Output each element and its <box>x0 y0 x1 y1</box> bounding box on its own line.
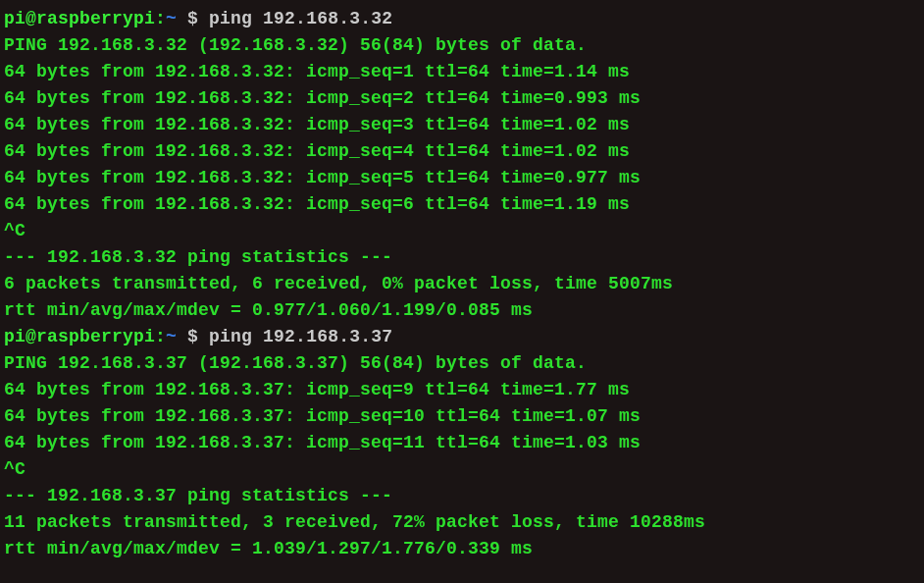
command-text: ping 192.168.3.32 <box>209 9 392 28</box>
ping-reply: 64 bytes from 192.168.3.32: icmp_seq=1 t… <box>4 59 920 85</box>
prompt-path: ~ <box>166 9 177 28</box>
ping-reply: 64 bytes from 192.168.3.37: icmp_seq=10 … <box>4 403 920 430</box>
terminal-output[interactable]: pi@raspberrypi:~ $ ping 192.168.3.32 PIN… <box>4 6 920 562</box>
ping-stats-rtt: rtt min/avg/max/mdev = 1.039/1.297/1.776… <box>4 536 920 562</box>
ping-stats-summary: 11 packets transmitted, 3 received, 72% … <box>4 509 920 536</box>
ping-stats-header: --- 192.168.3.32 ping statistics --- <box>4 244 920 271</box>
ping-reply: 64 bytes from 192.168.3.32: icmp_seq=2 t… <box>4 85 920 112</box>
interrupt-signal: ^C <box>4 218 920 244</box>
ping-stats-summary: 6 packets transmitted, 6 received, 0% pa… <box>4 271 920 297</box>
ping-stats-rtt: rtt min/avg/max/mdev = 0.977/1.060/1.199… <box>4 297 920 324</box>
prompt-symbol: $ <box>177 9 209 28</box>
prompt-symbol: $ <box>177 327 209 346</box>
ping-reply: 64 bytes from 192.168.3.32: icmp_seq=4 t… <box>4 138 920 165</box>
ping-reply: 64 bytes from 192.168.3.32: icmp_seq=5 t… <box>4 165 920 191</box>
command-text: ping 192.168.3.37 <box>209 327 392 346</box>
ping-reply: 64 bytes from 192.168.3.37: icmp_seq=9 t… <box>4 377 920 403</box>
prompt-colon: : <box>155 327 166 346</box>
interrupt-signal: ^C <box>4 456 920 483</box>
ping-reply: 64 bytes from 192.168.3.32: icmp_seq=3 t… <box>4 112 920 138</box>
ping-reply: 64 bytes from 192.168.3.32: icmp_seq=6 t… <box>4 191 920 218</box>
prompt-line-2: pi@raspberrypi:~ $ ping 192.168.3.37 <box>4 324 920 350</box>
prompt-user: pi <box>4 327 26 346</box>
ping-stats-header: --- 192.168.3.37 ping statistics --- <box>4 483 920 509</box>
ping-header: PING 192.168.3.32 (192.168.3.32) 56(84) … <box>4 32 920 59</box>
prompt-user: pi <box>4 9 26 28</box>
prompt-line-1: pi@raspberrypi:~ $ ping 192.168.3.32 <box>4 6 920 32</box>
prompt-path: ~ <box>166 327 177 346</box>
prompt-at: @ <box>26 9 36 28</box>
ping-reply: 64 bytes from 192.168.3.37: icmp_seq=11 … <box>4 430 920 456</box>
prompt-at: @ <box>26 327 36 346</box>
prompt-host: raspberrypi <box>36 327 155 346</box>
prompt-colon: : <box>155 9 166 28</box>
ping-header: PING 192.168.3.37 (192.168.3.37) 56(84) … <box>4 350 920 377</box>
prompt-host: raspberrypi <box>36 9 155 28</box>
